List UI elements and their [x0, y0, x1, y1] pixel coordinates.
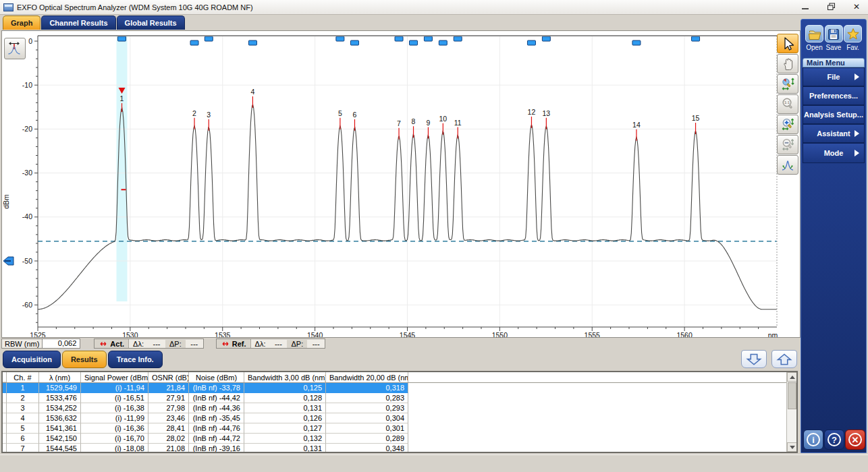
results-table: Ch. #λ (nm)Signal Power (dBm)OSNR (dB)No… [1, 371, 798, 453]
table-cell: 21,84 [148, 383, 189, 393]
table-cell: 0,318 [326, 383, 408, 393]
channel-handle-4[interactable] [248, 40, 256, 45]
table-cell: 0,348 [326, 444, 408, 453]
tab-acquisition[interactable]: Acquisition [3, 351, 61, 368]
channel-handle-11[interactable] [454, 36, 462, 41]
quick-button-label: Fav. [844, 44, 862, 51]
zoom-one-to-one-icon: 1:1 [780, 96, 796, 112]
x-tick-label: 1560 [676, 331, 693, 337]
table-cell: 23,46 [148, 413, 189, 423]
open-button[interactable]: Open [805, 25, 823, 51]
marker-setup-icon [7, 40, 23, 57]
scrollbar-thumb[interactable] [788, 382, 796, 409]
marker-setup-button[interactable] [4, 38, 26, 59]
tab-graph[interactable]: Graph [3, 16, 40, 30]
table-cell: 21,08 [148, 444, 189, 453]
table-row[interactable]: 61542,150(i) -16,7028,02(InB nf) -44,720… [3, 434, 796, 444]
results-table-grid: Ch. #λ (nm)Signal Power (dBm)OSNR (dB)No… [3, 372, 796, 453]
table-scrollbar[interactable] [786, 372, 796, 452]
zoom-in-button[interactable] [777, 115, 798, 134]
y-tick-label: -20 [22, 125, 32, 133]
table-row[interactable]: 41536,632(i) -11,9923,46(InB nf) -35,450… [3, 413, 796, 423]
y-tick-label: -30 [22, 169, 32, 177]
tab-global-results[interactable]: Global Results [117, 16, 185, 30]
table-cell: (InB nf) -39,16 [189, 444, 244, 453]
zoom-out-button[interactable] [777, 135, 798, 154]
channel-handle-2[interactable] [190, 40, 198, 45]
y-tick-label: 0 [28, 37, 32, 45]
minimize-icon[interactable] [799, 1, 811, 12]
channel-handle-9[interactable] [424, 36, 432, 41]
reference-marker-header[interactable]: Ref. [217, 339, 251, 348]
table-cell: 0,304 [326, 413, 408, 423]
channel-handle-13[interactable] [542, 36, 550, 41]
menu-item-analysis-setup[interactable]: Analysis Setup... [803, 106, 864, 125]
table-cell: 0,132 [244, 434, 326, 444]
tab-channel-results[interactable]: Channel Results [41, 16, 115, 30]
menu-item-preferences[interactable]: Preferences... [803, 87, 864, 106]
select-cursor-button[interactable] [777, 34, 798, 53]
exit-button[interactable]: ✕ [845, 430, 865, 450]
table-cell: 2 [7, 393, 39, 403]
channel-handle-5[interactable] [336, 36, 344, 41]
menu-item-mode[interactable]: Mode [803, 144, 864, 163]
window-controls: ✕ [799, 1, 863, 12]
tab-results[interactable]: Results [62, 351, 107, 368]
main-menu-header: Main Menu [803, 58, 865, 67]
zoom-fit-button[interactable] [777, 74, 798, 94]
table-cell: 0,289 [326, 434, 408, 444]
menu-item-file[interactable]: File [803, 68, 864, 87]
zoom-one-to-one-button[interactable]: 1:1 [777, 94, 798, 114]
tab-trace-info[interactable]: Trace Info. [108, 351, 163, 368]
bottom-tab-bar: AcquisitionResultsTrace Info. [3, 351, 164, 368]
table-header-cell: Bandwidth 20,00 dB (nm) [326, 372, 408, 382]
collapse-results-button[interactable] [741, 350, 767, 368]
close-icon[interactable]: ✕ [850, 1, 863, 12]
active-marker-header[interactable]: Act. [94, 339, 129, 348]
menu-item-assistant[interactable]: Assistant [803, 125, 864, 144]
pan-hand-icon [780, 56, 796, 71]
channel-handle-8[interactable] [410, 40, 418, 45]
help-button[interactable]: ? [824, 430, 844, 450]
table-cell: 6 [7, 434, 39, 444]
save-button[interactable]: Save [825, 25, 843, 51]
scroll-down-icon[interactable] [787, 442, 797, 452]
channel-handle-15[interactable] [692, 36, 700, 41]
fav-button[interactable]: Fav. [844, 25, 862, 51]
ref-delta-power-value: --- [307, 340, 325, 348]
peak-analysis-button[interactable] [777, 155, 798, 175]
table-row[interactable]: 31534,252(i) -16,3827,98(InB nf) -44,360… [3, 403, 796, 413]
title-bar: EXFO Optical Spectrum Analyzer (WDM Syst… [0, 0, 868, 15]
channel-handle-10[interactable] [439, 40, 447, 45]
restore-icon[interactable] [825, 1, 837, 12]
channel-handle-1[interactable] [118, 36, 126, 41]
ref-delta-power-label: ΔP: [287, 340, 307, 348]
expand-results-button[interactable] [771, 350, 797, 368]
table-row[interactable]: 21533,476(i) -16,5127,91(InB nf) -44,420… [3, 393, 796, 403]
channel-handle-12[interactable] [527, 40, 535, 45]
table-row[interactable]: 71544,545(i) -18,0821,08(InB nf) -39,160… [3, 444, 796, 453]
channel-handle-14[interactable] [632, 40, 641, 45]
peak-label-15: 15 [692, 114, 700, 122]
table-header-cell: Ch. # [7, 372, 39, 382]
submenu-arrow-icon [855, 73, 859, 80]
table-cell: 1544,545 [39, 444, 81, 453]
help-icon: ? [828, 433, 841, 446]
info-icon: i [807, 433, 820, 446]
quick-button-label: Save [825, 44, 843, 51]
table-row[interactable]: 11529,549(i) -11,9421,84(InB nf) -33,780… [3, 383, 796, 393]
zoom-fit-icon [780, 76, 796, 92]
info-button[interactable]: i [803, 430, 823, 450]
peak-analysis-icon [780, 157, 796, 173]
table-row[interactable]: 51541,361(i) -16,3628,41(InB nf) -44,760… [3, 423, 796, 434]
table-cell: 0,125 [244, 383, 326, 393]
channel-handle-3[interactable] [205, 36, 213, 41]
table-header-cell: λ (nm) [39, 372, 81, 382]
peak-label-9: 9 [427, 119, 431, 127]
channel-handle-7[interactable] [395, 36, 403, 41]
peak-label-10: 10 [439, 115, 447, 123]
rbw-label: RBW (nm) [2, 340, 42, 348]
pan-hand-button[interactable] [777, 54, 798, 73]
scroll-up-icon[interactable] [787, 372, 797, 382]
channel-handle-6[interactable] [350, 40, 358, 45]
